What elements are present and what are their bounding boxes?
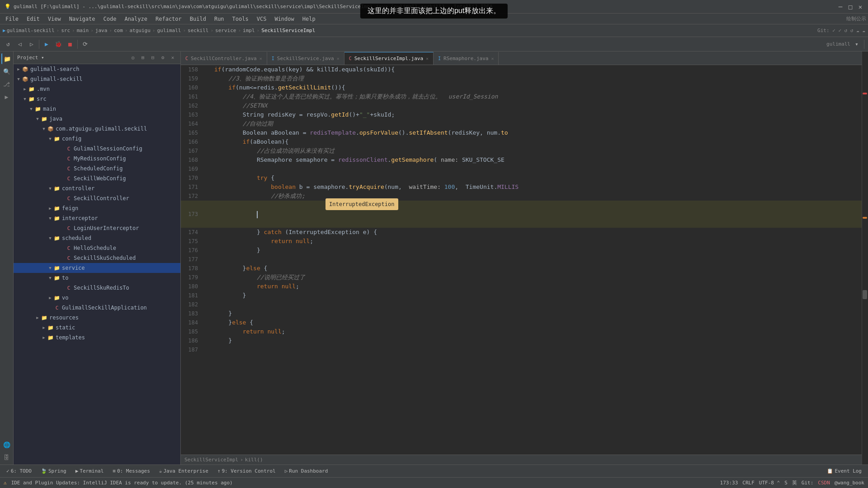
tree-node-ScheduledConfig[interactable]: C ScheduledConfig xyxy=(14,164,180,174)
tab-close-btn[interactable]: ✕ xyxy=(426,56,429,61)
tab-SeckillService[interactable]: I SeckillService.java ✕ xyxy=(267,52,344,65)
tree-node-static[interactable]: ▶ 📁 static xyxy=(14,323,180,333)
tree-node-package[interactable]: ▼ 📦 com.atguigu.gulimall.seckill xyxy=(14,124,180,134)
minimize-button[interactable]: ─ xyxy=(837,4,844,10)
menu-window[interactable]: Window xyxy=(271,15,297,23)
tree-node-templates[interactable]: ▶ 📁 templates xyxy=(14,333,180,343)
expand-all-btn[interactable]: ⊞ xyxy=(139,54,147,62)
toolbar-debug[interactable]: 🐞 xyxy=(53,39,64,50)
menu-edit[interactable]: Edit xyxy=(23,15,43,23)
nav-seckill[interactable]: seckill xyxy=(188,28,208,33)
tab-close-btn[interactable]: ✕ xyxy=(491,56,494,61)
toolbar-update[interactable]: ⟳ xyxy=(80,39,90,50)
nav-service[interactable]: service xyxy=(215,28,236,33)
nav-java[interactable]: java xyxy=(95,28,108,33)
activity-run[interactable]: ▶ xyxy=(1,91,12,102)
tool-event-log[interactable]: 📋 Event Log xyxy=(823,467,865,475)
nav-gulimall-seckill[interactable]: gulimall-seckill xyxy=(7,28,55,33)
toolbar-run[interactable]: ▶ xyxy=(41,39,52,50)
code-editor[interactable]: 158 if(randomCode.equals(key) && killId.… xyxy=(181,65,862,455)
status-ime[interactable]: 英 xyxy=(792,479,797,486)
tree-node-GulimallSessionConfig[interactable]: C GulimallSessionConfig xyxy=(14,144,180,154)
status-user[interactable]: @wang_book xyxy=(835,480,864,486)
tree-node-main[interactable]: ▼ 📁 main xyxy=(14,104,180,114)
menu-file[interactable]: File xyxy=(2,15,22,23)
tree-node-SeckillWebConfig[interactable]: C SeckillWebConfig xyxy=(14,174,180,183)
scroll-indicator[interactable] xyxy=(863,290,867,299)
tree-node-config[interactable]: ▼ 📁 config xyxy=(14,134,180,144)
tree-node-vo[interactable]: ▶ 📁 vo xyxy=(14,293,180,303)
tree-node-gulimall-search[interactable]: ▶ 📦 gulimall-search xyxy=(14,64,180,74)
status-git[interactable]: Git: xyxy=(802,480,814,486)
toolbar-btn-1[interactable]: ↺ xyxy=(3,39,14,50)
toolbar-stop[interactable]: ■ xyxy=(65,39,75,50)
close-button[interactable]: ✕ xyxy=(857,4,863,10)
tree-node-interceptor[interactable]: ▼ 📁 interceptor xyxy=(14,213,180,223)
locate-file-btn[interactable]: ◎ xyxy=(129,54,137,62)
menu-help[interactable]: Help xyxy=(299,15,319,23)
tab-RSemaphore[interactable]: I RSemaphore.java ✕ xyxy=(434,52,499,65)
tree-settings-btn[interactable]: ⚙ xyxy=(159,54,167,62)
tree-node-resources[interactable]: ▶ 📁 resources xyxy=(14,313,180,323)
tab-close-btn[interactable]: ✕ xyxy=(337,56,340,61)
tool-java-enterprise[interactable]: ☕ Java Enterprise xyxy=(156,467,212,475)
tool-spring[interactable]: 🍃 Spring xyxy=(37,467,70,475)
window-controls[interactable]: ─ □ ✕ xyxy=(837,4,863,10)
menu-analyze[interactable]: Analyze xyxy=(121,15,151,23)
status-encoding[interactable]: UTF-8 ⌃ xyxy=(759,480,780,486)
activity-db[interactable]: 🗄 xyxy=(1,452,12,463)
menu-tools[interactable]: Tools xyxy=(229,15,252,23)
menu-navigate[interactable]: Navigate xyxy=(66,15,99,23)
restore-button[interactable]: □ xyxy=(847,4,854,10)
tree-node-gulimall-seckill[interactable]: ▼ 📦 gulimall-seckill xyxy=(14,74,180,84)
tool-terminal[interactable]: ▶ Terminal xyxy=(72,467,108,475)
status-ide-update[interactable]: IDE and Plugin Updates: IntelliJ IDEA is… xyxy=(11,480,233,486)
toolbar-btn-3[interactable]: ▷ xyxy=(26,39,37,50)
activity-search[interactable]: 🔍 xyxy=(1,66,12,77)
tree-node-java[interactable]: ▼ 📁 java xyxy=(14,114,180,124)
nav-impl[interactable]: impl xyxy=(243,28,255,33)
activity-project[interactable]: 📁 xyxy=(1,53,12,64)
toolbar-config-btn[interactable]: ▾ xyxy=(851,39,862,50)
tool-version-control[interactable]: ↑ 9: Version Control xyxy=(214,467,279,475)
tree-node-LoginUserInterceptor[interactable]: C LoginUserInterceptor xyxy=(14,223,180,233)
nav-com[interactable]: com xyxy=(114,28,123,33)
tree-node-MyRedissonConfig[interactable]: C MyRedissonConfig xyxy=(14,154,180,164)
menu-vcs[interactable]: VCS xyxy=(253,15,270,23)
tree-node-SeckillController[interactable]: C SeckillController xyxy=(14,193,180,203)
tree-node-mvn[interactable]: ▶ 📁 .mvn xyxy=(14,84,180,94)
menu-build[interactable]: Build xyxy=(186,15,210,23)
tree-node-controller[interactable]: ▼ 📁 controller xyxy=(14,183,180,193)
tab-close-btn[interactable]: ✕ xyxy=(259,56,262,61)
tool-run-dashboard[interactable]: ▷ Run Dashboard xyxy=(281,467,332,475)
status-lang-icon[interactable]: S xyxy=(784,480,788,486)
tree-node-HelloSchedule[interactable]: C HelloSchedule xyxy=(14,243,180,253)
menu-view[interactable]: View xyxy=(44,15,65,23)
tree-node-scheduled[interactable]: ▼ 📁 scheduled xyxy=(14,233,180,243)
activity-web[interactable]: 🌐 xyxy=(1,439,12,450)
nav-gulimall[interactable]: gulimall xyxy=(157,28,181,33)
tree-node-src[interactable]: ▼ 📁 src xyxy=(14,94,180,104)
tab-SeckillController[interactable]: C SeckillController.java ✕ xyxy=(181,52,267,65)
nav-main[interactable]: main xyxy=(77,28,89,33)
status-position[interactable]: 173:33 xyxy=(720,480,738,486)
status-crlf[interactable]: CRLF xyxy=(742,480,755,486)
tree-node-service[interactable]: ▼ 📁 service xyxy=(14,263,180,273)
menu-run[interactable]: Run xyxy=(211,15,228,23)
tree-close-btn[interactable]: ✕ xyxy=(169,54,177,62)
tool-todo[interactable]: ✓ 6: TODO xyxy=(3,467,35,475)
activity-vcs[interactable]: ⎇ xyxy=(1,79,12,89)
nav-seckillserviceimpl[interactable]: SeckillServiceImpl xyxy=(261,28,315,33)
tree-node-GulimallSeckillApplication[interactable]: C GulimallSeckillApplication xyxy=(14,303,180,313)
nav-atguigu[interactable]: atguigu xyxy=(129,28,150,33)
menu-refactor[interactable]: Refactor xyxy=(152,15,185,23)
toolbar-btn-2[interactable]: ◁ xyxy=(14,39,25,50)
menu-code[interactable]: Code xyxy=(100,15,120,23)
tab-SeckillServiceImpl[interactable]: C SeckillServiceImpl.java ✕ xyxy=(344,52,434,65)
tree-node-feign[interactable]: ▶ 📁 feign xyxy=(14,203,180,213)
tree-node-SeckillSkuRedisTo[interactable]: C SeckillSkuRedisTo xyxy=(14,283,180,293)
tree-node-to[interactable]: ▼ 📁 to xyxy=(14,273,180,283)
nav-src[interactable]: src xyxy=(61,28,70,33)
tree-node-SeckillSkuScheduled[interactable]: C SeckillSkuScheduled xyxy=(14,253,180,263)
status-csdn[interactable]: CSDN xyxy=(818,480,830,486)
